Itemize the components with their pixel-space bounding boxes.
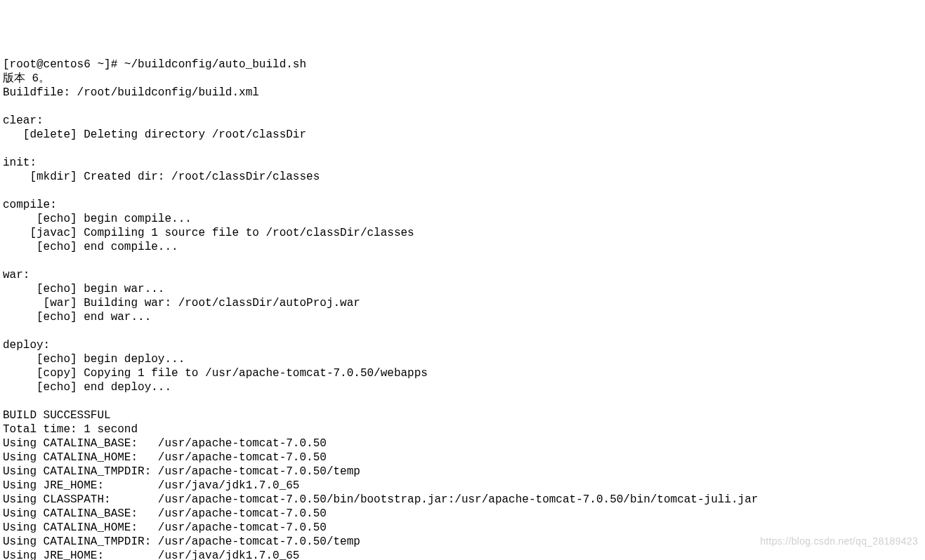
terminal-line	[3, 394, 922, 408]
terminal-line: BUILD SUCCESSFUL	[3, 408, 922, 422]
terminal-line: [echo] end deploy...	[3, 380, 922, 394]
terminal-line: [echo] end war...	[3, 310, 922, 324]
terminal-line: [delete] Deleting directory /root/classD…	[3, 128, 922, 142]
terminal-line: Using CATALINA_BASE: /usr/apache-tomcat-…	[3, 436, 922, 451]
terminal-line: [war] Building war: /root/classDir/autoP…	[3, 296, 922, 310]
terminal-line: Total time: 1 second	[3, 422, 922, 436]
terminal-line: Using JRE_HOME: /usr/java/jdk1.7.0_65	[3, 479, 922, 493]
terminal-line: [mkdir] Created dir: /root/classDir/clas…	[3, 170, 922, 184]
terminal-line: war:	[3, 268, 922, 282]
terminal-line	[3, 142, 922, 156]
terminal-line	[3, 100, 922, 114]
terminal-line: [root@centos6 ~]# ~/buildconfig/auto_bui…	[3, 58, 922, 72]
terminal-line: 版本 6。	[3, 72, 922, 86]
terminal-line: clear:	[3, 114, 922, 128]
terminal-line: init:	[3, 156, 922, 170]
terminal-line: deploy:	[3, 338, 922, 352]
terminal-line: Using CATALINA_HOME: /usr/apache-tomcat-…	[3, 521, 922, 535]
terminal-line: Using CATALINA_HOME: /usr/apache-tomcat-…	[3, 451, 922, 465]
terminal-line	[3, 184, 922, 198]
terminal-line: compile:	[3, 198, 922, 212]
terminal-line: [javac] Compiling 1 source file to /root…	[3, 226, 922, 240]
terminal-line: [echo] end compile...	[3, 240, 922, 254]
terminal-output[interactable]: [root@centos6 ~]# ~/buildconfig/auto_bui…	[3, 58, 922, 560]
terminal-line	[3, 324, 922, 338]
watermark-text: https://blog.csdn.net/qq_28189423	[760, 535, 918, 548]
terminal-line: Using CATALINA_BASE: /usr/apache-tomcat-…	[3, 507, 922, 521]
terminal-line	[3, 254, 922, 268]
terminal-line: [copy] Copying 1 file to /usr/apache-tom…	[3, 366, 922, 380]
terminal-line: [echo] begin compile...	[3, 212, 922, 226]
terminal-line: [echo] begin war...	[3, 282, 922, 296]
terminal-line: [echo] begin deploy...	[3, 352, 922, 366]
terminal-line: Using CATALINA_TMPDIR: /usr/apache-tomca…	[3, 465, 922, 479]
terminal-line: Using JRE_HOME: /usr/java/jdk1.7.0_65	[3, 549, 922, 560]
terminal-line: Using CLASSPATH: /usr/apache-tomcat-7.0.…	[3, 493, 922, 507]
terminal-line: Buildfile: /root/buildconfig/build.xml	[3, 86, 922, 100]
